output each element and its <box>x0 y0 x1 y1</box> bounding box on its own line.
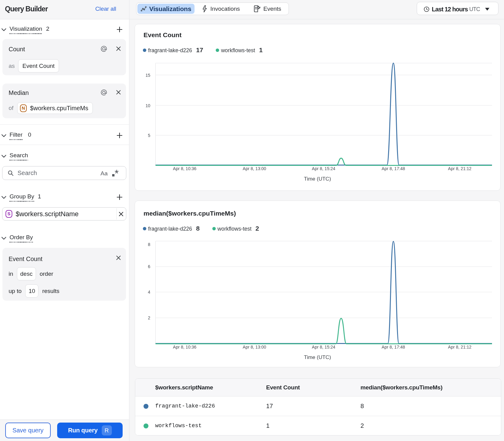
svg-text:Apr 8, 10:36: Apr 8, 10:36 <box>173 345 196 349</box>
svg-text:Apr 8, 10:36: Apr 8, 10:36 <box>173 166 196 171</box>
svg-text:8: 8 <box>148 242 150 247</box>
svg-text:4: 4 <box>148 290 150 295</box>
svg-text:Time (UTC): Time (UTC) <box>304 176 331 182</box>
svg-text:2: 2 <box>148 315 150 320</box>
svg-text:Apr 8, 15:24: Apr 8, 15:24 <box>312 166 335 171</box>
svg-text:Time (UTC): Time (UTC) <box>304 354 331 360</box>
svg-text:Apr 8, 15:24: Apr 8, 15:24 <box>312 345 335 349</box>
svg-text:Apr 8, 21:12: Apr 8, 21:12 <box>448 166 471 171</box>
svg-text:10: 10 <box>145 103 150 108</box>
svg-text:6: 6 <box>148 264 150 269</box>
svg-text:Apr 8, 13:00: Apr 8, 13:00 <box>243 166 266 171</box>
svg-text:Apr 8, 21:12: Apr 8, 21:12 <box>448 345 471 349</box>
svg-text:Apr 8, 13:00: Apr 8, 13:00 <box>243 345 266 349</box>
svg-text:Apr 8, 17:48: Apr 8, 17:48 <box>382 345 405 349</box>
svg-text:5: 5 <box>148 133 150 138</box>
svg-text:Apr 8, 17:48: Apr 8, 17:48 <box>382 166 405 171</box>
svg-text:*: * <box>115 169 119 178</box>
svg-text:15: 15 <box>145 73 150 78</box>
